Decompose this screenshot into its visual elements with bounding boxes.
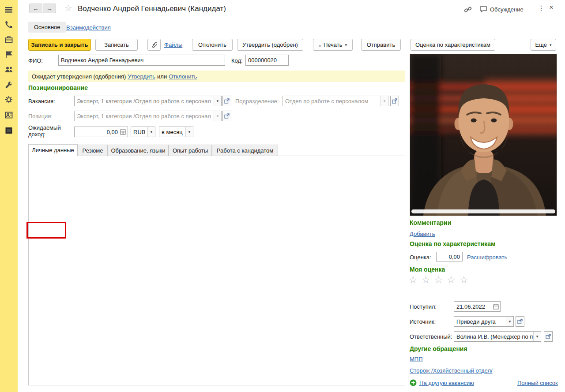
- other-requests-title: Другие обращения: [410, 345, 467, 352]
- period-value: в месяц: [159, 127, 185, 137]
- briefcase-icon[interactable]: [4, 35, 13, 44]
- send-button[interactable]: Отправить: [361, 39, 401, 51]
- source-dropdown-icon: ▾: [506, 317, 513, 326]
- approve-label: Утвердить (одобрен): [242, 41, 298, 48]
- department-open-button[interactable]: [390, 96, 399, 106]
- fio-input[interactable]: [58, 55, 225, 66]
- responsible-combo[interactable]: Волина И.В. (Менеджер по пер ▾: [454, 331, 541, 342]
- status-bar: Ожидает утверждения (одобрения) Утвердит…: [28, 71, 405, 82]
- department-dropdown-icon: ▾: [380, 96, 388, 106]
- code-input[interactable]: [245, 55, 289, 66]
- other-vacancy-link[interactable]: На другую вакансию: [419, 380, 474, 386]
- tab-personal-data[interactable]: Личные данные: [28, 144, 78, 156]
- position-open-button[interactable]: [222, 111, 231, 121]
- gear-icon[interactable]: [4, 95, 13, 104]
- tab-work-with-candidate[interactable]: Работа с кандидатом: [212, 145, 278, 156]
- attach-button[interactable]: [147, 39, 161, 51]
- calendar-icon[interactable]: [492, 303, 499, 310]
- add-comment-link[interactable]: Добавить: [410, 231, 435, 237]
- responsible-value: Волина И.В. (Менеджер по пер: [454, 332, 533, 341]
- tab-education-label: Образование, языки: [111, 147, 165, 154]
- tab-education[interactable]: Образование, языки: [108, 145, 169, 156]
- add-plus-icon[interactable]: [410, 379, 417, 386]
- responsible-dropdown-icon: ▾: [533, 332, 541, 341]
- status-reject-link[interactable]: Отклонить: [169, 73, 197, 80]
- save-button[interactable]: Записать: [95, 39, 138, 51]
- approve-button[interactable]: Утвердить (одобрен): [237, 39, 303, 51]
- vacancy-open-button[interactable]: [222, 96, 231, 106]
- save-close-button[interactable]: Записать и закрыть: [28, 39, 91, 51]
- candidate-photo[interactable]: [410, 54, 557, 216]
- currency-combo[interactable]: RUB ▾: [131, 127, 155, 137]
- watchman-link[interactable]: Сторож /Хозяйственный отдел/: [410, 367, 493, 374]
- evaluation-button[interactable]: Оценка по характеристикам: [411, 39, 495, 51]
- kebab-menu-icon[interactable]: ⋮: [538, 4, 545, 12]
- paperclip-icon: [151, 41, 157, 49]
- positioning-title: Позиционирование: [28, 84, 88, 91]
- discussion-button[interactable]: Обсуждение: [479, 6, 524, 13]
- tab-work-with-candidate-label: Работа с кандидатом: [217, 147, 273, 154]
- print-button[interactable]: Печать ▾: [313, 39, 353, 51]
- print-dropdown-icon: ▾: [345, 43, 347, 47]
- income-label: Ожидаемый доход:: [28, 124, 64, 138]
- tab-resume[interactable]: Резюме: [78, 145, 108, 156]
- discussion-label: Обсуждение: [490, 6, 524, 13]
- position-combo[interactable]: Эксперт, 1 категория /Отдел по работе с …: [74, 111, 222, 121]
- flag-icon[interactable]: [4, 50, 13, 59]
- rating-star-icon[interactable]: ☆: [447, 274, 460, 285]
- phone-icon[interactable]: [4, 20, 13, 29]
- more-button[interactable]: Еще ▾: [531, 39, 556, 51]
- tab-experience-label: Опыт работы: [173, 147, 208, 154]
- score-input[interactable]: [436, 252, 463, 261]
- save-label: Записать: [104, 41, 129, 48]
- forward-button[interactable]: →: [43, 4, 56, 13]
- reject-button[interactable]: Отклонить: [192, 39, 233, 51]
- close-icon[interactable]: ×: [549, 3, 554, 12]
- vacancy-combo[interactable]: Эксперт, 1 категория /Отдел по работе с …: [74, 96, 222, 106]
- menu-icon[interactable]: [4, 5, 13, 14]
- period-dropdown-icon: ▾: [185, 127, 193, 137]
- rating-star-icon[interactable]: ☆: [422, 274, 434, 285]
- tab-interactions[interactable]: Взаимодействия: [66, 24, 111, 31]
- users-icon[interactable]: [4, 65, 13, 74]
- source-combo[interactable]: Приведи друга ▾: [454, 316, 514, 327]
- send-label: Отправить: [367, 41, 395, 48]
- mpp-link[interactable]: МПП: [410, 356, 423, 362]
- back-button[interactable]: ←: [29, 4, 42, 13]
- rating-star-icon[interactable]: ☆: [409, 274, 422, 285]
- evaluation-label: Оценка по характеристикам: [415, 41, 490, 48]
- vacancy-dropdown-icon: ▾: [214, 96, 221, 106]
- wrench-icon[interactable]: [4, 80, 13, 89]
- save-close-label: Записать и закрыть: [31, 41, 88, 48]
- favorite-star-icon[interactable]: ☆: [64, 3, 72, 13]
- responsible-open-button[interactable]: [544, 331, 553, 342]
- tab-resume-label: Резюме: [83, 147, 103, 154]
- source-label: Источник:: [410, 318, 436, 325]
- my-rating-title: Моя оценка: [410, 266, 445, 273]
- decrypt-link[interactable]: Расшифровать: [467, 254, 507, 261]
- position-dropdown-icon: ▾: [214, 111, 221, 121]
- files-link[interactable]: Файлы: [164, 41, 182, 48]
- currency-dropdown-icon: ▾: [147, 127, 155, 137]
- department-combo[interactable]: Отдел по работе с персоналом ▾: [282, 96, 388, 106]
- more-label: Еще: [535, 41, 547, 48]
- get-link-icon[interactable]: [463, 5, 472, 14]
- received-label: Поступил:: [410, 303, 437, 310]
- contacts-icon[interactable]: [4, 111, 13, 119]
- tab-main-label: Основное: [34, 24, 60, 30]
- discussion-bubble-icon: [479, 6, 487, 13]
- full-list-link[interactable]: Полный список: [517, 380, 558, 386]
- calculator-icon[interactable]: [119, 128, 126, 135]
- rating-star-icon[interactable]: ☆: [434, 274, 447, 285]
- tab-main[interactable]: Основное: [28, 22, 66, 33]
- display-icon[interactable]: [4, 126, 13, 135]
- rating-star-icon[interactable]: ☆: [460, 274, 472, 285]
- period-combo[interactable]: в месяц ▾: [159, 127, 193, 137]
- status-approve-link[interactable]: Утвердить: [128, 73, 155, 80]
- position-label: Позиция:: [28, 113, 53, 119]
- tab-experience[interactable]: Опыт работы: [169, 145, 212, 156]
- print-label: Печать: [324, 41, 343, 48]
- back-arrow-icon: ←: [33, 5, 39, 12]
- score-label: Оценка:: [410, 254, 431, 261]
- source-open-button[interactable]: [516, 316, 524, 327]
